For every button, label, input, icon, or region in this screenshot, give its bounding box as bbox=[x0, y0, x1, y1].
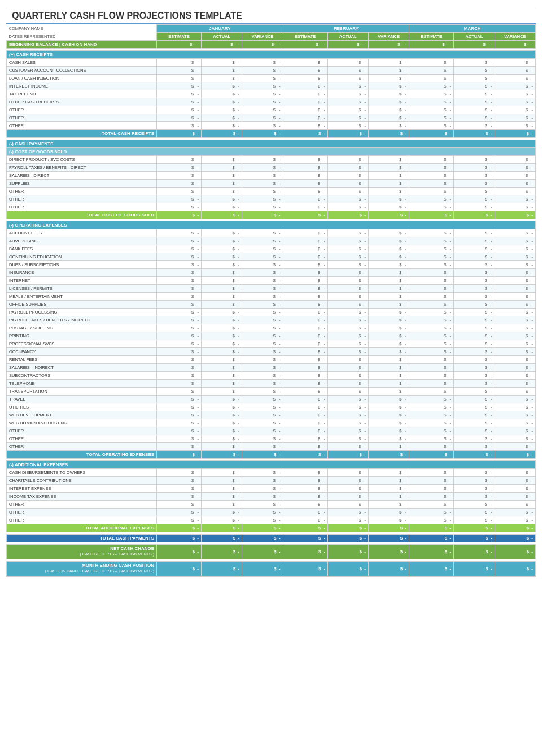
mar-actual-header: ACTUAL bbox=[454, 33, 495, 41]
beg-bal-f-est[interactable]: $ - bbox=[283, 41, 327, 49]
list-item: WEB DOMAIN AND HOSTING $ -$ -$ - $ -$ -$… bbox=[7, 419, 536, 427]
list-item: OTHER $ -$ -$ - $ -$ -$ - $ -$ -$ - bbox=[7, 443, 536, 451]
list-item: OTHER $ -$ -$ - $ -$ -$ - $ -$ -$ - bbox=[7, 509, 536, 516]
jan-estimate-header: ESTIMATE bbox=[157, 33, 202, 41]
opex-header: (-) OPERATING EXPENSES bbox=[7, 221, 536, 229]
list-item: CASH SALES $ -$ -$ - $ -$ -$ - $ -$ -$ - bbox=[7, 59, 536, 67]
list-item: OTHER CASH RECEIPTS $ -$ -$ - $ -$ -$ - … bbox=[7, 98, 536, 106]
total-addex-row: TOTAL ADDITIONAL EXPENSES $ -$ -$ - $ -$… bbox=[7, 524, 536, 532]
list-item: PROFESSIONAL SVCS $ -$ -$ - $ -$ -$ - $ … bbox=[7, 340, 536, 348]
beg-bal-f-var[interactable]: $ - bbox=[368, 41, 409, 49]
list-item: OCCUPANCY $ -$ -$ - $ -$ -$ - $ -$ -$ - bbox=[7, 348, 536, 356]
cash-receipts-header: (+) CASH RECEIPTS bbox=[7, 51, 536, 59]
list-item: OTHER $ -$ -$ - $ -$ -$ - $ -$ -$ - bbox=[7, 435, 536, 443]
beg-bal-m-act[interactable]: $ - bbox=[454, 41, 495, 49]
list-item: WEB DEVELOPMENT $ -$ -$ - $ -$ -$ - $ -$… bbox=[7, 411, 536, 419]
beg-bal-j-act[interactable]: $ - bbox=[201, 41, 242, 49]
list-item: SUPPLIES $ -$ -$ - $ -$ -$ - $ -$ -$ - bbox=[7, 180, 536, 188]
list-item: SUBCONTRACTORS $ -$ -$ - $ -$ -$ - $ -$ … bbox=[7, 372, 536, 380]
month-end-label: MONTH ENDING CASH POSITION ( CASH ON HAN… bbox=[7, 561, 157, 576]
list-item: ACCOUNT FEES $ -$ -$ - $ -$ -$ - $ -$ -$… bbox=[7, 229, 536, 237]
list-item: DIRECT PRODUCT / SVC COSTS $ -$ -$ - $ -… bbox=[7, 156, 536, 164]
jan-variance-header: VARIANCE bbox=[242, 33, 283, 41]
company-label: COMPANY NAME bbox=[7, 25, 157, 33]
list-item: PAYROLL TAXES / BENEFITS - INDIRECT $ -$… bbox=[7, 316, 536, 324]
total-cogs-row: TOTAL COST OF GOODS SOLD $ -$ -$ - $ -$ … bbox=[7, 211, 536, 219]
list-item: OTHER $ -$ -$ - $ -$ -$ - $ -$ -$ - bbox=[7, 114, 536, 122]
list-item: OTHER $ -$ -$ - $ -$ -$ - $ -$ -$ - bbox=[7, 106, 536, 114]
cash-flow-table: COMPANY NAME JANUARY FEBRUARY MARCH DATE… bbox=[6, 24, 536, 576]
total-opex-label: TOTAL OPERATING EXPENSES bbox=[7, 451, 157, 459]
list-item: OTHER $ -$ -$ - $ -$ -$ - $ -$ -$ - bbox=[7, 516, 536, 524]
march-header: MARCH bbox=[409, 25, 536, 33]
cash-payments-header-row: (-) CASH PAYMENTS bbox=[7, 140, 536, 148]
list-item: OTHER $ -$ -$ - $ -$ -$ - $ -$ -$ - bbox=[7, 501, 536, 509]
list-item: OFFICE SUPPLIES $ -$ -$ - $ -$ -$ - $ -$… bbox=[7, 301, 536, 309]
beg-balance-label: BEGINNING BALANCE | CASH ON HAND bbox=[7, 41, 157, 49]
total-cogs-label: TOTAL COST OF GOODS SOLD bbox=[7, 211, 157, 219]
cash-payments-header: (-) CASH PAYMENTS bbox=[7, 140, 536, 148]
february-header: FEBRUARY bbox=[283, 25, 409, 33]
feb-actual-header: ACTUAL bbox=[327, 33, 368, 41]
addex-header: (-) ADDITIONAL EXPENSES bbox=[7, 461, 536, 469]
page-title: QUARTERLY CASH FLOW PROJECTIONS TEMPLATE bbox=[6, 6, 536, 24]
cash-receipts-header-row: (+) CASH RECEIPTS bbox=[7, 51, 536, 59]
beg-bal-m-var[interactable]: $ - bbox=[495, 41, 535, 49]
list-item: SALARIES - INDIRECT $ -$ -$ - $ -$ -$ - … bbox=[7, 364, 536, 372]
list-item: INTERNET $ -$ -$ - $ -$ -$ - $ -$ -$ - bbox=[7, 277, 536, 285]
list-item: TRAVEL $ -$ -$ - $ -$ -$ - $ -$ -$ - bbox=[7, 396, 536, 403]
feb-estimate-header: ESTIMATE bbox=[283, 33, 327, 41]
list-item: POSTAGE / SHIPPING $ -$ -$ - $ -$ -$ - $… bbox=[7, 324, 536, 332]
list-item: PAYROLL PROCESSING $ -$ -$ - $ -$ -$ - $… bbox=[7, 309, 536, 316]
list-item: OTHER $ -$ -$ - $ -$ -$ - $ -$ -$ - bbox=[7, 195, 536, 203]
beg-bal-m-est[interactable]: $ - bbox=[409, 41, 454, 49]
list-item: DUES / SUBSCRIPTIONS $ -$ -$ - $ -$ -$ -… bbox=[7, 261, 536, 269]
list-item: PRINTING $ -$ -$ - $ -$ -$ - $ -$ -$ - bbox=[7, 332, 536, 340]
list-item: LOAN / CASH INJECTION $ -$ -$ - $ -$ -$ … bbox=[7, 75, 536, 82]
list-item: OTHER $ -$ -$ - $ -$ -$ - $ -$ -$ - bbox=[7, 122, 536, 130]
total-addex-label: TOTAL ADDITIONAL EXPENSES bbox=[7, 524, 157, 532]
subheader-row: DATES REPRESENTED ESTIMATE ACTUAL VARIAN… bbox=[7, 33, 536, 41]
list-item: OTHER $ -$ -$ - $ -$ -$ - $ -$ -$ - bbox=[7, 427, 536, 435]
beg-bal-f-act[interactable]: $ - bbox=[327, 41, 368, 49]
net-cash-label: NET CASH CHANGE ( CASH RECEIPTS – CASH P… bbox=[7, 545, 157, 559]
company-row: COMPANY NAME JANUARY FEBRUARY MARCH bbox=[7, 25, 536, 33]
list-item: CUSTOMER ACCOUNT COLLECTIONS $ -$ -$ - $… bbox=[7, 67, 536, 75]
list-item: ADVERTISING $ -$ -$ - $ -$ -$ - $ -$ -$ … bbox=[7, 237, 536, 245]
january-header: JANUARY bbox=[157, 25, 283, 33]
list-item: BANK FEES $ -$ -$ - $ -$ -$ - $ -$ -$ - bbox=[7, 245, 536, 253]
list-item: UTILITIES $ -$ -$ - $ -$ -$ - $ -$ -$ - bbox=[7, 403, 536, 411]
list-item: RENTAL FEES $ -$ -$ - $ -$ -$ - $ -$ -$ … bbox=[7, 356, 536, 364]
list-item: OTHER $ -$ -$ - $ -$ -$ - $ -$ -$ - bbox=[7, 188, 536, 195]
feb-variance-header: VARIANCE bbox=[368, 33, 409, 41]
list-item: PAYROLL TAXES / BENEFITS - DIRECT $ -$ -… bbox=[7, 164, 536, 172]
opex-header-row: (-) OPERATING EXPENSES bbox=[7, 221, 536, 229]
total-cash-receipts-row: TOTAL CASH RECEIPTS $ -$ -$ - $ -$ -$ - … bbox=[7, 130, 536, 138]
month-end-row: MONTH ENDING CASH POSITION ( CASH ON HAN… bbox=[7, 561, 536, 576]
list-item: TAX REFUND $ -$ -$ - $ -$ -$ - $ -$ -$ - bbox=[7, 90, 536, 98]
list-item: OTHER $ -$ -$ - $ -$ -$ - $ -$ -$ - bbox=[7, 203, 536, 211]
list-item: INTEREST EXPENSE $ -$ -$ - $ -$ -$ - $ -… bbox=[7, 485, 536, 493]
list-item: MEALS / ENTERTAINMENT $ -$ -$ - $ -$ -$ … bbox=[7, 293, 536, 301]
addex-header-row: (-) ADDITIONAL EXPENSES bbox=[7, 461, 536, 469]
total-cash-payments-row: TOTAL CASH PAYMENTS $ -$ -$ - $ -$ -$ - … bbox=[7, 535, 536, 542]
beg-bal-j-est[interactable]: $ - bbox=[157, 41, 202, 49]
jan-actual-header: ACTUAL bbox=[201, 33, 242, 41]
list-item: INTEREST INCOME $ -$ -$ - $ -$ -$ - $ -$… bbox=[7, 82, 536, 90]
list-item: INSURANCE $ -$ -$ - $ -$ -$ - $ -$ -$ - bbox=[7, 269, 536, 277]
list-item: CONTINUING EDUCATION $ -$ -$ - $ -$ -$ -… bbox=[7, 253, 536, 261]
total-opex-row: TOTAL OPERATING EXPENSES $ -$ -$ - $ -$ … bbox=[7, 451, 536, 459]
net-cash-row: NET CASH CHANGE ( CASH RECEIPTS – CASH P… bbox=[7, 545, 536, 559]
spreadsheet-container: QUARTERLY CASH FLOW PROJECTIONS TEMPLATE… bbox=[6, 6, 536, 577]
cogs-header: (-) COST OF GOODS SOLD bbox=[7, 148, 536, 156]
mar-estimate-header: ESTIMATE bbox=[409, 33, 454, 41]
beginning-balance-row: BEGINNING BALANCE | CASH ON HAND $ - $ -… bbox=[7, 41, 536, 49]
list-item: SALARIES - DIRECT $ -$ -$ - $ -$ -$ - $ … bbox=[7, 172, 536, 180]
list-item: CHARITABLE CONTRIBUTIONS $ -$ -$ - $ -$ … bbox=[7, 477, 536, 485]
list-item: TELEPHONE $ -$ -$ - $ -$ -$ - $ -$ -$ - bbox=[7, 380, 536, 388]
cogs-header-row: (-) COST OF GOODS SOLD bbox=[7, 148, 536, 156]
list-item: INCOME TAX EXPENSE $ -$ -$ - $ -$ -$ - $… bbox=[7, 493, 536, 501]
list-item: CASH DISBURSEMENTS TO OWNERS $ -$ -$ - $… bbox=[7, 469, 536, 477]
dates-label: DATES REPRESENTED bbox=[7, 33, 157, 41]
beg-bal-j-var[interactable]: $ - bbox=[242, 41, 283, 49]
